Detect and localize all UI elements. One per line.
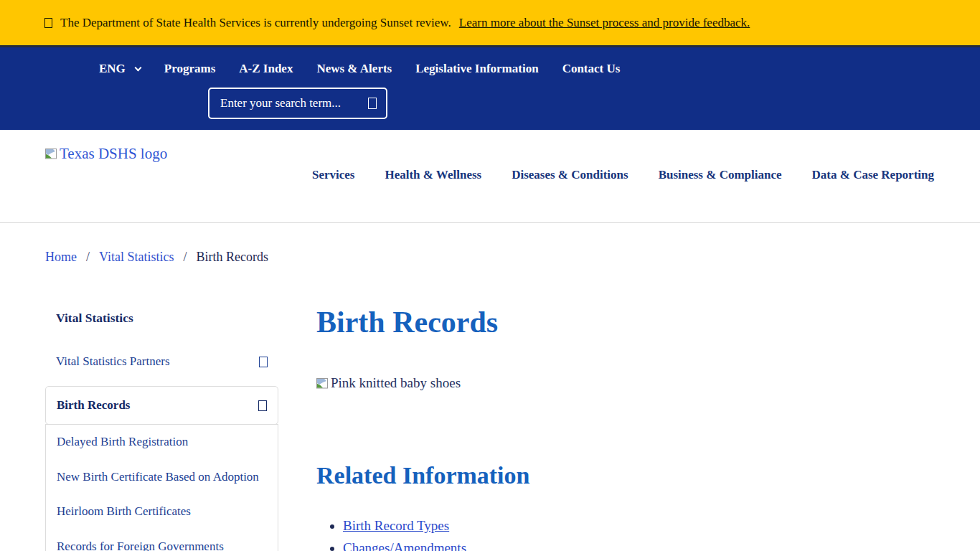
related-links-list: Birth Record Types Changes/Amendments bbox=[316, 518, 934, 551]
sunset-feedback-link[interactable]: Learn more about the Sunset process and … bbox=[459, 16, 750, 30]
main-content: Birth Records Pink knitted baby shoes Re… bbox=[316, 305, 934, 551]
list-item: Birth Record Types bbox=[343, 518, 934, 534]
sidebar-item-vital-statistics-partners[interactable]: Vital Statistics Partners bbox=[45, 343, 278, 380]
breadcrumb-separator: / bbox=[183, 250, 187, 265]
sidebar-nav: Vital Statistics Vital Statistics Partne… bbox=[45, 305, 278, 551]
nav-news-alerts[interactable]: News & Alerts bbox=[316, 62, 392, 76]
sidebar-item-records-foreign-governments[interactable]: Records for Foreign Governments (Apostil… bbox=[46, 529, 278, 551]
nav-contact-us[interactable]: Contact Us bbox=[562, 62, 621, 76]
breadcrumb-vital-statistics[interactable]: Vital Statistics bbox=[99, 250, 174, 265]
broken-image-icon bbox=[316, 378, 329, 389]
search-row bbox=[0, 76, 980, 119]
site-logo-link[interactable]: Texas DSHS logo bbox=[45, 145, 167, 163]
top-utility-bar: ENG Programs A-Z Index News & Alerts Leg… bbox=[0, 47, 980, 130]
logo-alt-text: Texas DSHS logo bbox=[60, 145, 167, 163]
sidebar-item-birth-records[interactable]: Birth Records bbox=[45, 386, 278, 425]
alert-banner: The Department of State Health Services … bbox=[0, 0, 980, 47]
sidebar-item-new-birth-certificate-adoption[interactable]: New Birth Certificate Based on Adoption bbox=[46, 460, 278, 495]
sidebar-submenu: Delayed Birth Registration New Birth Cer… bbox=[45, 424, 278, 551]
utility-nav: ENG Programs A-Z Index News & Alerts Leg… bbox=[0, 47, 980, 76]
nav-business-compliance[interactable]: Business & Compliance bbox=[659, 168, 782, 182]
chevron-down-icon bbox=[134, 64, 141, 71]
alert-icon bbox=[44, 18, 52, 28]
link-changes-amendments[interactable]: Changes/Amendments bbox=[343, 540, 466, 551]
related-information-heading: Related Information bbox=[316, 461, 934, 489]
language-label: ENG bbox=[99, 62, 126, 76]
nav-data-case-reporting[interactable]: Data & Case Reporting bbox=[812, 168, 934, 182]
nav-services[interactable]: Services bbox=[312, 168, 354, 182]
expand-toggle-icon[interactable] bbox=[259, 357, 268, 367]
search-icon[interactable] bbox=[368, 98, 377, 109]
nav-health-wellness[interactable]: Health & Wellness bbox=[385, 168, 481, 182]
breadcrumb: Home / Vital Statistics / Birth Records bbox=[45, 250, 980, 265]
language-selector[interactable]: ENG bbox=[99, 62, 141, 76]
search-box[interactable] bbox=[208, 88, 387, 119]
nav-az-index[interactable]: A-Z Index bbox=[239, 62, 293, 76]
nav-diseases-conditions[interactable]: Diseases & Conditions bbox=[512, 168, 628, 182]
page-title: Birth Records bbox=[316, 305, 934, 339]
link-birth-record-types[interactable]: Birth Record Types bbox=[343, 518, 449, 533]
nav-legislative-information[interactable]: Legislative Information bbox=[415, 62, 538, 76]
primary-nav: Services Health & Wellness Diseases & Co… bbox=[312, 168, 934, 182]
breadcrumb-current: Birth Records bbox=[196, 250, 268, 265]
breadcrumb-separator: / bbox=[86, 250, 90, 265]
alert-text: The Department of State Health Services … bbox=[60, 16, 451, 30]
breadcrumb-home[interactable]: Home bbox=[45, 250, 77, 265]
content-area: Vital Statistics Vital Statistics Partne… bbox=[45, 305, 934, 551]
sidebar-item-label: Birth Records bbox=[57, 398, 130, 413]
nav-programs[interactable]: Programs bbox=[164, 62, 215, 76]
sidebar-item-heirloom-birth-certificates[interactable]: Heirloom Birth Certificates bbox=[46, 494, 278, 529]
image-alt-text: Pink knitted baby shoes bbox=[331, 375, 461, 391]
sidebar-item-delayed-birth-registration[interactable]: Delayed Birth Registration bbox=[46, 425, 278, 460]
search-input[interactable] bbox=[219, 95, 368, 111]
sidebar-title: Vital Statistics bbox=[45, 311, 278, 326]
site-header: Texas DSHS logo Services Health & Wellne… bbox=[0, 130, 980, 223]
collapse-toggle-icon[interactable] bbox=[258, 400, 267, 411]
broken-image-icon bbox=[45, 149, 57, 159]
sidebar-item-label: Vital Statistics Partners bbox=[56, 354, 170, 369]
list-item: Changes/Amendments bbox=[343, 540, 934, 551]
content-image-placeholder: Pink knitted baby shoes bbox=[316, 375, 934, 391]
